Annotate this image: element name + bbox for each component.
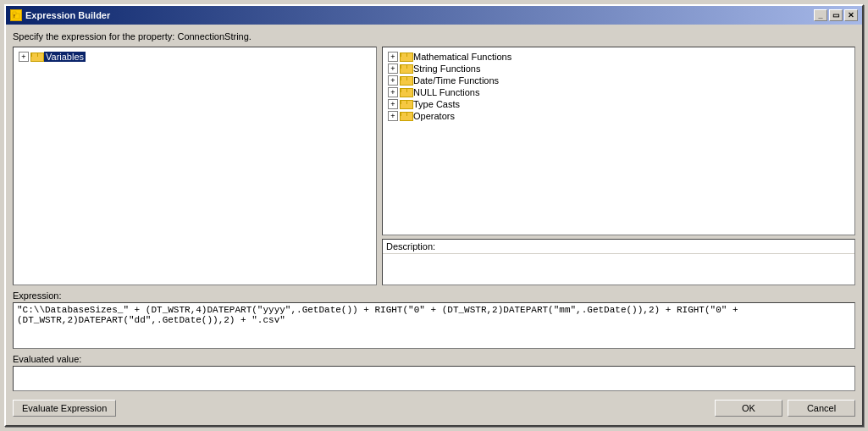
folder-icon-math	[400, 52, 412, 62]
left-panel[interactable]: + Variables	[13, 47, 377, 285]
restore-button[interactable]: ▭	[829, 9, 843, 21]
folder-icon-null	[400, 88, 412, 97]
window-icon: f	[10, 9, 22, 21]
tree-item-string[interactable]: +String Functions	[386, 63, 851, 75]
tree-item-typecasts[interactable]: +Type Casts	[386, 98, 851, 110]
right-tree-items: +Mathematical Functions+String Functions…	[386, 51, 851, 122]
evaluated-section: Evaluated value:	[13, 354, 855, 391]
bottom-buttons: Evaluate Expression OK Cancel	[13, 396, 855, 418]
evaluate-expression-button[interactable]: Evaluate Expression	[13, 400, 116, 417]
tree-item-datetime[interactable]: +Date/Time Functions	[386, 75, 851, 86]
tree-label-typecasts: Type Casts	[413, 99, 460, 109]
expression-builder-window: f Expression Builder _ ▭ ✕ Specify the e…	[4, 4, 864, 427]
expression-section: Expression:	[13, 290, 855, 349]
right-panel: +Mathematical Functions+String Functions…	[382, 47, 855, 285]
variables-label: Variables	[44, 52, 86, 62]
close-button[interactable]: ✕	[844, 9, 858, 21]
expand-icon-datetime[interactable]: +	[388, 75, 398, 86]
expression-textarea[interactable]	[13, 302, 855, 349]
title-buttons: _ ▭ ✕	[814, 9, 858, 21]
expand-icon-math[interactable]: +	[388, 52, 398, 62]
expand-icon-typecasts[interactable]: +	[388, 99, 398, 109]
cancel-button[interactable]: Cancel	[788, 400, 855, 417]
window-body: Specify the expression for the property:…	[6, 25, 862, 425]
folder-icon-string	[400, 64, 412, 74]
tree-label-operators: Operators	[413, 111, 455, 121]
title-bar-left: f Expression Builder	[10, 9, 110, 21]
folder-icon-operators	[400, 112, 412, 121]
ok-button[interactable]: OK	[715, 400, 782, 417]
tree-item-operators[interactable]: +Operators	[386, 110, 851, 122]
folder-icon-typecasts	[400, 100, 412, 109]
expand-icon-variables[interactable]: +	[19, 52, 29, 62]
evaluated-input[interactable]	[13, 366, 855, 391]
window-title: Expression Builder	[25, 10, 110, 20]
instruction-text: Specify the expression for the property:…	[13, 31, 855, 41]
title-bar: f Expression Builder _ ▭ ✕	[6, 6, 862, 25]
folder-icon-variables	[30, 52, 42, 62]
expand-icon-string[interactable]: +	[388, 64, 398, 74]
description-panel: Description:	[382, 239, 855, 285]
expression-label: Expression:	[13, 290, 855, 301]
evaluated-label: Evaluated value:	[13, 354, 855, 364]
expand-icon-operators[interactable]: +	[388, 111, 398, 121]
tree-label-math: Mathematical Functions	[413, 52, 511, 62]
panels-row: + Variables +Mathematical Functions+Stri…	[13, 47, 855, 285]
minimize-button[interactable]: _	[814, 9, 827, 21]
tree-item-math[interactable]: +Mathematical Functions	[386, 51, 851, 63]
tree-item-null[interactable]: +NULL Functions	[386, 86, 851, 98]
tree-label-null: NULL Functions	[413, 87, 479, 97]
variables-tree-item[interactable]: + Variables	[17, 51, 373, 63]
expand-icon-null[interactable]: +	[388, 87, 398, 97]
right-buttons: OK Cancel	[715, 400, 855, 417]
left-panel-content: + Variables	[14, 47, 376, 66]
right-tree[interactable]: +Mathematical Functions+String Functions…	[382, 47, 855, 235]
tree-label-datetime: Date/Time Functions	[413, 75, 499, 86]
folder-icon-datetime	[400, 76, 412, 86]
description-label: Description:	[383, 240, 854, 254]
tree-label-string: String Functions	[413, 64, 480, 74]
